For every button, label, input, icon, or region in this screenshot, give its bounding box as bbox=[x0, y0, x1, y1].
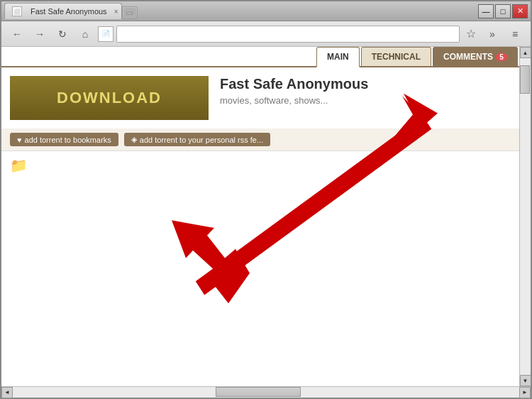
scroll-right-button[interactable]: ► bbox=[519, 387, 531, 398]
navigation-toolbar: ← → ↻ ⌂ 📄 ☆ » ≡ bbox=[1, 21, 531, 47]
tab-close-icon[interactable]: × bbox=[114, 8, 118, 16]
title-bar: ⬜ Fast Safe Anonymous × ▭ — □ ✕ bbox=[1, 1, 531, 21]
scroll-thumb[interactable] bbox=[520, 65, 530, 94]
rss-icon: ◈ bbox=[131, 135, 137, 144]
comments-badge: 5 bbox=[496, 53, 507, 61]
tab-technical[interactable]: TECHNICAL bbox=[361, 47, 431, 66]
scroll-up-button[interactable]: ▲ bbox=[520, 47, 531, 58]
tab-main[interactable]: MAIN bbox=[316, 47, 360, 67]
h-scroll-thumb[interactable] bbox=[216, 387, 301, 397]
heart-icon: ♥ bbox=[17, 136, 22, 144]
minimize-button[interactable]: — bbox=[478, 4, 494, 18]
browser-tab[interactable]: ⬜ Fast Safe Anonymous × bbox=[4, 3, 122, 19]
rss-add-button[interactable]: ◈ add torrent to your personal rss fe... bbox=[124, 133, 270, 146]
home-button[interactable]: ⌂ bbox=[75, 25, 95, 43]
tab-area: ⬜ Fast Safe Anonymous × ▭ bbox=[4, 3, 475, 19]
bookmark-add-button[interactable]: ♥ add torrent to bookmarks bbox=[10, 133, 118, 146]
site-info: Fast Safe Anonymous movies, software, sh… bbox=[220, 76, 511, 106]
back-button[interactable]: ← bbox=[7, 25, 27, 43]
close-button[interactable]: ✕ bbox=[512, 4, 528, 18]
bookmark-star-button[interactable]: ☆ bbox=[462, 26, 480, 43]
site-subtitle: movies, software, shows... bbox=[220, 95, 511, 106]
scroll-left-button[interactable]: ◄ bbox=[1, 387, 13, 398]
content-wrapper: MAIN TECHNICAL COMMENTS 5 DOWNLOAD Fast … bbox=[1, 47, 531, 386]
site-content: MAIN TECHNICAL COMMENTS 5 DOWNLOAD Fast … bbox=[1, 47, 519, 350]
maximize-button[interactable]: □ bbox=[495, 4, 511, 18]
extend-button[interactable]: » bbox=[482, 25, 502, 43]
tab-page-icon: ⬜ bbox=[12, 6, 22, 16]
menu-button[interactable]: ≡ bbox=[505, 25, 525, 43]
page-icon: 📄 bbox=[98, 26, 113, 42]
page-content: MAIN TECHNICAL COMMENTS 5 DOWNLOAD Fast … bbox=[1, 47, 519, 386]
download-button[interactable]: DOWNLOAD bbox=[10, 76, 209, 120]
tab-label: Fast Safe Anonymous bbox=[31, 7, 107, 16]
scroll-track[interactable] bbox=[520, 58, 531, 375]
address-bar[interactable] bbox=[116, 26, 460, 43]
scroll-down-button[interactable]: ▼ bbox=[520, 375, 531, 386]
reload-button[interactable]: ↻ bbox=[52, 25, 72, 43]
vertical-scrollbar: ▲ ▼ bbox=[519, 47, 531, 386]
forward-button[interactable]: → bbox=[30, 25, 50, 43]
site-tabs: MAIN TECHNICAL COMMENTS 5 bbox=[1, 47, 519, 67]
site-title: Fast Safe Anonymous bbox=[220, 76, 511, 92]
browser-window: ⬜ Fast Safe Anonymous × ▭ — □ ✕ ← → bbox=[0, 0, 532, 399]
file-tree: 📁 bbox=[1, 151, 519, 350]
bookmark-bar: ♥ add torrent to bookmarks ◈ add torrent… bbox=[1, 129, 519, 151]
window-controls: — □ ✕ bbox=[478, 4, 528, 18]
tab-comments[interactable]: COMMENTS 5 bbox=[433, 47, 518, 66]
h-scroll-track[interactable] bbox=[13, 387, 519, 398]
download-area: DOWNLOAD Fast Safe Anonymous movies, sof… bbox=[1, 67, 519, 129]
folder-icon[interactable]: 📁 bbox=[10, 158, 28, 173]
new-tab-button[interactable]: ▭ bbox=[122, 6, 138, 19]
horizontal-scrollbar: ◄ ► bbox=[1, 386, 531, 398]
